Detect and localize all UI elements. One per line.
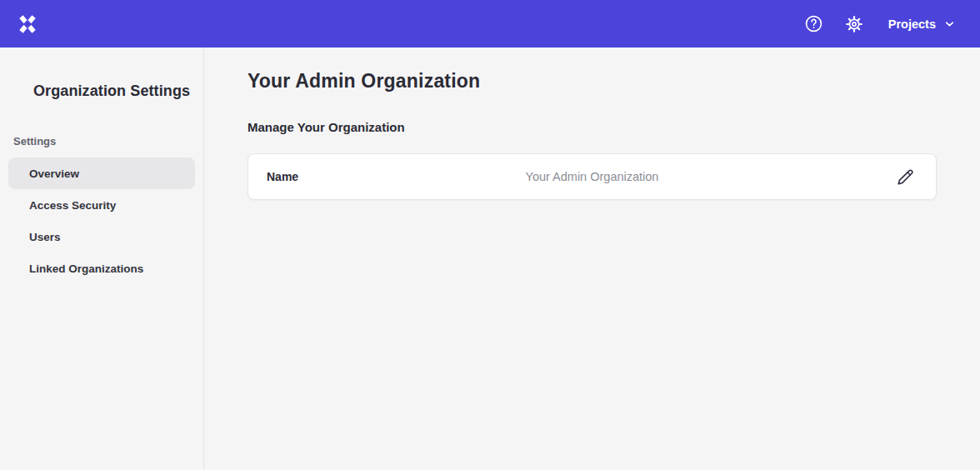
main-panel: Your Admin Organization Manage Your Orga…	[204, 48, 980, 470]
sidebar-title: Organization Settings	[0, 82, 203, 100]
organization-name-value: Your Admin Organization	[526, 170, 659, 183]
gear-icon	[844, 14, 864, 34]
sidebar-nav: Overview Access Security Users Linked Or…	[0, 158, 203, 284]
topbar-actions: Projects	[800, 10, 958, 38]
projects-dropdown[interactable]: Projects	[880, 12, 958, 36]
page-title: Your Admin Organization	[248, 70, 937, 92]
sidebar-section-label: Settings	[0, 135, 203, 148]
top-navigation-bar: Projects	[0, 0, 980, 48]
help-button[interactable]	[800, 10, 828, 38]
settings-button[interactable]	[840, 10, 868, 38]
content-area: Organization Settings Settings Overview …	[0, 48, 980, 470]
chevron-down-icon	[944, 18, 955, 29]
sidebar-item-linked-organizations[interactable]: Linked Organizations	[8, 252, 195, 284]
app-logo-icon[interactable]	[16, 12, 39, 36]
edit-name-button[interactable]	[892, 164, 918, 189]
pencil-icon	[897, 168, 914, 186]
organization-settings-sidebar: Organization Settings Settings Overview …	[0, 48, 204, 470]
sidebar-item-access-security[interactable]: Access Security	[8, 189, 195, 221]
sidebar-item-overview[interactable]: Overview	[8, 158, 195, 189]
sidebar-item-users[interactable]: Users	[8, 221, 195, 252]
organization-name-row: Name Your Admin Organization	[248, 153, 937, 200]
projects-dropdown-label: Projects	[888, 18, 936, 31]
help-icon	[804, 14, 823, 33]
manage-organization-section-title: Manage Your Organization	[248, 120, 937, 134]
name-field-label: Name	[267, 170, 298, 183]
